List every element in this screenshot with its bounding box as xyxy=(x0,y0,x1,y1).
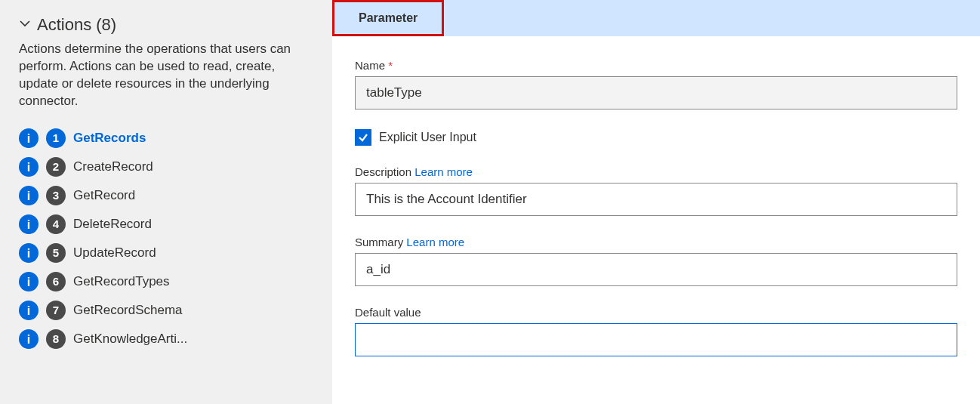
summary-input[interactable] xyxy=(355,253,957,286)
actions-sidebar: Actions (8) Actions determine the operat… xyxy=(0,0,332,404)
svg-text:i: i xyxy=(27,247,30,260)
description-label: Description Learn more xyxy=(355,165,957,178)
info-icon: i xyxy=(19,214,39,234)
svg-text:1: 1 xyxy=(53,131,59,144)
svg-text:i: i xyxy=(27,132,30,145)
action-label: GetKnowledgeArti... xyxy=(73,332,187,347)
action-label: CreateRecord xyxy=(73,159,153,174)
action-item-createrecord[interactable]: i2CreateRecord xyxy=(19,153,310,181)
info-icon: i xyxy=(19,243,39,263)
action-label: GetRecordTypes xyxy=(73,274,170,289)
action-number-badge: 6 xyxy=(46,272,66,291)
explicit-user-input-label: Explicit User Input xyxy=(379,131,476,144)
info-icon: i xyxy=(19,186,39,205)
actions-section-header[interactable]: Actions (8) xyxy=(19,15,310,35)
name-label: Name * xyxy=(355,59,957,72)
name-input[interactable] xyxy=(355,76,957,109)
svg-text:i: i xyxy=(27,161,30,174)
action-item-getrecordtypes[interactable]: i6GetRecordTypes xyxy=(19,267,310,296)
default-value-label: Default value xyxy=(355,306,957,319)
explicit-user-input-checkbox[interactable] xyxy=(355,129,371,146)
svg-text:4: 4 xyxy=(53,217,60,230)
action-number-badge: 3 xyxy=(46,186,66,205)
svg-text:i: i xyxy=(27,333,30,346)
summary-learn-more-link[interactable]: Learn more xyxy=(406,236,464,248)
info-icon: i xyxy=(19,128,39,148)
info-icon: i xyxy=(19,272,39,291)
svg-text:i: i xyxy=(27,276,30,288)
action-number-badge: 5 xyxy=(46,243,66,263)
svg-text:i: i xyxy=(27,304,30,317)
action-label: UpdateRecord xyxy=(73,245,156,261)
actions-list: i1GetRecordsi2CreateRecordi3GetRecordi4D… xyxy=(19,124,310,353)
actions-section-title: Actions (8) xyxy=(37,15,116,35)
svg-text:2: 2 xyxy=(53,160,59,173)
svg-text:5: 5 xyxy=(53,246,59,259)
svg-text:i: i xyxy=(27,218,30,231)
action-item-getrecord[interactable]: i3GetRecord xyxy=(19,181,310,210)
tab-label: Parameter xyxy=(359,11,418,25)
action-item-deleterecord[interactable]: i4DeleteRecord xyxy=(19,210,310,239)
info-icon: i xyxy=(19,157,39,177)
svg-text:7: 7 xyxy=(53,304,59,316)
action-item-getrecords[interactable]: i1GetRecords xyxy=(19,124,310,153)
action-label: GetRecordSchema xyxy=(73,303,183,318)
action-number-badge: 7 xyxy=(46,301,66,320)
svg-text:6: 6 xyxy=(53,275,59,288)
tab-parameter[interactable]: Parameter xyxy=(332,0,444,36)
default-value-input[interactable] xyxy=(355,323,957,356)
info-icon: i xyxy=(19,329,39,349)
chevron-down-icon xyxy=(19,17,31,32)
action-item-getrecordschema[interactable]: i7GetRecordSchema xyxy=(19,296,310,325)
svg-text:i: i xyxy=(27,190,30,202)
info-icon: i xyxy=(19,301,39,320)
tab-bar: Parameter xyxy=(332,0,980,36)
description-input[interactable] xyxy=(355,183,957,216)
action-item-updaterecord[interactable]: i5UpdateRecord xyxy=(19,239,310,267)
action-label: DeleteRecord xyxy=(73,217,152,232)
action-item-getknowledgearti[interactable]: i8GetKnowledgeArti... xyxy=(19,325,310,353)
action-label: GetRecord xyxy=(73,188,135,203)
action-number-badge: 4 xyxy=(46,214,66,234)
description-learn-more-link[interactable]: Learn more xyxy=(414,165,473,178)
action-number-badge: 8 xyxy=(46,329,66,349)
actions-section-description: Actions determine the operations that us… xyxy=(19,41,310,110)
svg-text:8: 8 xyxy=(53,332,59,345)
parameter-panel: Parameter Name * Explicit User Input Des… xyxy=(332,0,980,404)
svg-text:3: 3 xyxy=(53,189,59,202)
action-number-badge: 1 xyxy=(46,128,66,148)
action-label: GetRecords xyxy=(73,131,146,146)
action-number-badge: 2 xyxy=(46,157,66,177)
summary-label: Summary Learn more xyxy=(355,236,957,248)
